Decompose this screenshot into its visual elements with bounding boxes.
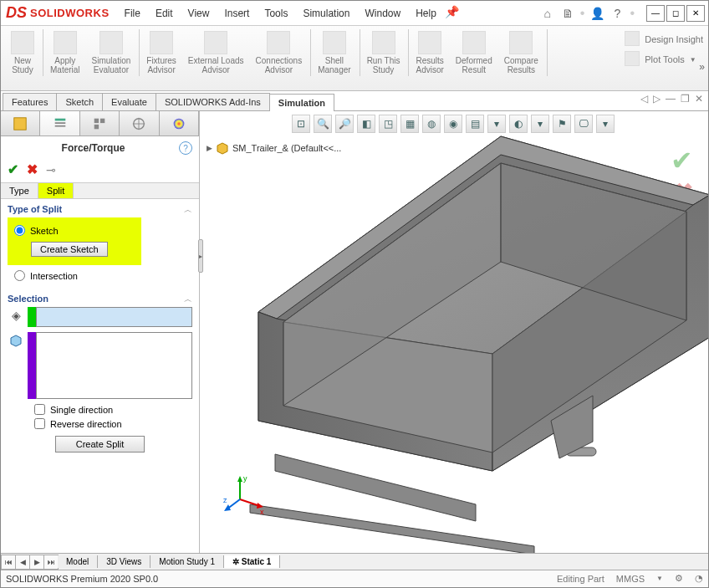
panel-tab-strip xyxy=(1,111,199,136)
ribbon-toolbar: NewStudy ApplyMaterial SimulationEvaluat… xyxy=(1,26,708,91)
ribbon-simulation-evaluator[interactable]: SimulationEvaluator xyxy=(87,29,140,76)
svg-point-10 xyxy=(174,118,185,129)
status-rebuild-icon[interactable]: ◔ xyxy=(695,573,703,584)
help-icon[interactable]: ? xyxy=(610,6,625,21)
radio-sketch-input[interactable] xyxy=(14,225,25,236)
main-menu: File Edit View Insert Tools Simulation W… xyxy=(118,4,460,23)
ribbon-run-study[interactable]: Run ThisStudy xyxy=(362,29,410,76)
bt-tab-model[interactable]: Model xyxy=(58,555,98,568)
panel-tab-configuration[interactable] xyxy=(80,111,120,135)
svg-rect-4 xyxy=(94,118,99,122)
radio-sketch[interactable]: Sketch xyxy=(14,225,135,236)
svg-text:y: y xyxy=(243,474,247,483)
pin-icon[interactable]: 📌 xyxy=(445,4,460,19)
radio-intersection[interactable]: Intersection xyxy=(14,270,192,281)
ribbon-compare-results[interactable]: CompareResults xyxy=(499,29,548,76)
panel-tab-property-manager[interactable] xyxy=(40,111,79,135)
panel-title: Force/Torque xyxy=(8,142,179,154)
svg-rect-1 xyxy=(54,118,65,120)
menu-view[interactable]: View xyxy=(181,4,217,23)
bt-next-icon[interactable]: ▶ xyxy=(29,555,44,570)
ribbon-new-study[interactable]: NewStudy xyxy=(6,29,43,76)
menu-tools[interactable]: Tools xyxy=(258,4,294,23)
title-bar: DS SOLIDWORKS File Edit View Insert Tool… xyxy=(1,1,708,26)
ribbon-results-advisor[interactable]: ResultsAdvisor xyxy=(411,29,448,76)
create-sketch-button[interactable]: Create Sketch xyxy=(31,242,108,257)
ribbon-fixtures-advisor[interactable]: FixturesAdvisor xyxy=(141,29,181,76)
radio-intersection-input[interactable] xyxy=(14,270,25,281)
tab-minimize-icon[interactable]: — xyxy=(666,93,676,105)
tab-nav-prev-icon[interactable]: ◁ xyxy=(640,93,648,105)
radio-sketch-label: Sketch xyxy=(30,226,59,236)
document-icon[interactable]: 🗎 xyxy=(560,6,575,21)
check-reverse-direction[interactable]: Reverse direction xyxy=(34,418,192,429)
bt-first-icon[interactable]: ⏮ xyxy=(1,555,16,570)
create-split-button[interactable]: Create Split xyxy=(55,436,145,453)
command-tabs: Features Sketch Evaluate SOLIDWORKS Add-… xyxy=(1,91,708,111)
tab-close-icon[interactable]: ✕ xyxy=(695,93,703,105)
status-configure-icon[interactable]: ⚙ xyxy=(675,573,683,584)
property-manager: Force/Torque ? ✔ ✖ ⊸ Type Split Type of … xyxy=(1,111,200,553)
status-mode: Editing Part xyxy=(557,574,604,584)
check-single-direction[interactable]: Single direction xyxy=(34,404,192,415)
ribbon-external-loads[interactable]: External LoadsAdvisor xyxy=(183,29,249,76)
bt-last-icon[interactable]: ⏭ xyxy=(43,555,59,570)
check-reverse-direction-label: Reverse direction xyxy=(50,419,122,429)
bt-prev-icon[interactable]: ◀ xyxy=(15,555,30,570)
maximize-button[interactable]: ◻ xyxy=(666,5,685,22)
property-subtabs: Type Split xyxy=(1,182,199,199)
tab-features[interactable]: Features xyxy=(3,93,57,110)
bt-tab-3dviews[interactable]: 3D Views xyxy=(98,555,150,568)
status-units[interactable]: MMGS xyxy=(616,574,645,584)
panel-tab-feature-tree[interactable] xyxy=(1,111,40,135)
collapse-icon-2[interactable]: ︿ xyxy=(184,294,192,305)
bt-tab-motion[interactable]: Motion Study 1 xyxy=(150,555,224,568)
ok-button[interactable]: ✔ xyxy=(8,161,18,177)
collapse-icon[interactable]: ︿ xyxy=(184,204,192,216)
ribbon-plot-tools[interactable]: Plot Tools▼ xyxy=(625,51,703,68)
tab-addins[interactable]: SOLIDWORKS Add-Ins xyxy=(156,93,270,110)
menu-edit[interactable]: Edit xyxy=(149,4,180,23)
tab-simulation[interactable]: Simulation xyxy=(269,94,334,111)
menu-simulation[interactable]: Simulation xyxy=(296,4,356,23)
ribbon-connections[interactable]: ConnectionsAdvisor xyxy=(251,29,312,76)
panel-splitter[interactable]: ▸ xyxy=(198,239,203,273)
ribbon-deformed-result[interactable]: DeformedResult xyxy=(451,29,497,76)
tab-evaluate[interactable]: Evaluate xyxy=(102,93,156,110)
body-selection-box[interactable] xyxy=(36,332,192,399)
svg-text:x: x xyxy=(260,508,264,516)
ribbon-apply-material[interactable]: ApplyMaterial xyxy=(45,29,85,76)
ribbon-shell-manager[interactable]: ShellManager xyxy=(313,29,360,76)
subtab-split[interactable]: Split xyxy=(38,183,74,198)
menu-insert[interactable]: Insert xyxy=(217,4,256,23)
ribbon-overflow-icon[interactable]: » xyxy=(699,61,705,73)
close-button[interactable]: ✕ xyxy=(686,5,705,22)
panel-header: Force/Torque ? xyxy=(1,136,199,160)
check-single-direction-input[interactable] xyxy=(34,404,45,415)
pushpin-icon[interactable]: ⊸ xyxy=(46,163,56,176)
menu-help[interactable]: Help xyxy=(409,4,443,23)
menu-file[interactable]: File xyxy=(118,4,147,23)
tab-nav-next-icon[interactable]: ▷ xyxy=(653,93,661,105)
home-icon[interactable]: ⌂ xyxy=(540,6,555,21)
check-reverse-direction-input[interactable] xyxy=(34,418,45,429)
tab-sketch[interactable]: Sketch xyxy=(56,93,103,110)
cancel-button[interactable]: ✖ xyxy=(27,161,38,177)
bt-tab-static[interactable]: ✲ Static 1 xyxy=(224,555,280,568)
selection-row-body xyxy=(8,332,192,399)
panel-tab-dimxpert[interactable] xyxy=(120,111,159,135)
menu-window[interactable]: Window xyxy=(358,4,407,23)
panel-help-icon[interactable]: ? xyxy=(179,141,192,155)
ribbon-design-insight[interactable]: Design Insight xyxy=(625,31,703,48)
selection-section: Selection ︿ ◈ Single direction Reve xyxy=(1,289,199,461)
subtab-type[interactable]: Type xyxy=(1,183,38,198)
minimize-button[interactable]: — xyxy=(646,5,665,22)
model-render xyxy=(200,111,708,553)
graphics-viewport[interactable]: ⊡ 🔍 🔎 ◧ ◳ ▦ ◍ ◉ ▤ ▾ ◐ ▾ ⚑ 🖵 ▾ ▶ SM_Trail… xyxy=(200,111,708,553)
face-selection-box[interactable] xyxy=(36,307,192,327)
status-units-caret-icon[interactable]: ▼ xyxy=(656,575,663,582)
orientation-triad[interactable]: y x z xyxy=(223,474,265,516)
panel-tab-appearance[interactable] xyxy=(160,111,199,135)
user-icon[interactable]: 👤 xyxy=(589,6,604,21)
tab-restore-icon[interactable]: ❐ xyxy=(681,93,690,105)
